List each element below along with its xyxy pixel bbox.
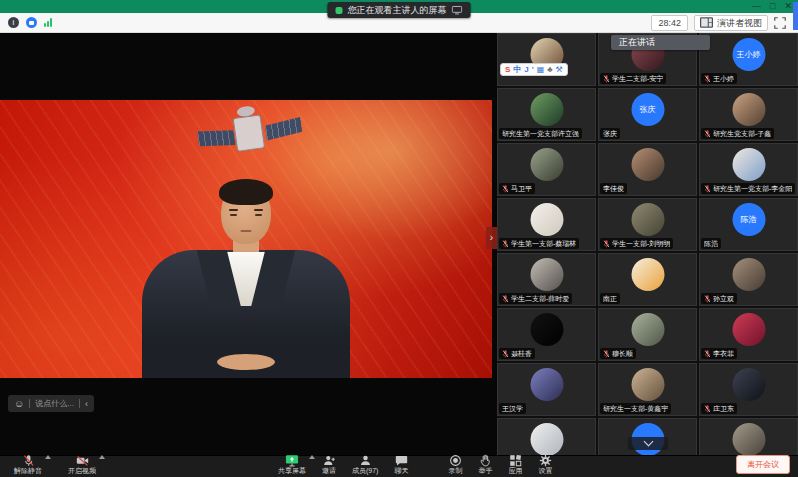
participant-tile[interactable]: 马卫平 xyxy=(497,143,596,196)
participant-name: 张庆 xyxy=(603,129,617,138)
participant-label: 学生一支部-刘明明 xyxy=(600,238,673,249)
participant-tile[interactable]: 李佳俊 xyxy=(598,143,697,196)
participant-tile[interactable] xyxy=(497,33,596,86)
info-icon[interactable]: i xyxy=(8,17,19,28)
participant-label: 王汉学 xyxy=(499,403,526,414)
network-signal-icon[interactable] xyxy=(44,18,52,27)
participant-label: 聂桂香 xyxy=(499,348,535,359)
toolbar-item-apps[interactable]: 应用 xyxy=(502,452,528,477)
collapse-chat-icon[interactable]: ‹ xyxy=(85,399,88,409)
chevron-up-icon[interactable] xyxy=(309,455,315,459)
participant-avatar xyxy=(732,368,765,401)
close-button[interactable]: ✕ xyxy=(784,0,792,13)
participant-tile[interactable]: 穆长顺 xyxy=(598,308,697,361)
quick-chat-bar[interactable]: ☺ 说点什么... ‹ xyxy=(8,395,94,412)
participant-name: 马卫平 xyxy=(511,184,532,193)
ime-glyph[interactable]: J xyxy=(524,66,528,74)
participant-tile[interactable]: 王汉学 xyxy=(497,363,596,416)
meeting-timer: 28:42 xyxy=(651,15,688,31)
participant-tile[interactable]: 研究生一支部-黄鑫宇 xyxy=(598,363,697,416)
scroll-down-indicator[interactable] xyxy=(628,437,668,450)
emoji-icon[interactable]: ☺ xyxy=(14,399,24,409)
main-speaker-stage: › ☺ 说点什么... ‹ xyxy=(0,33,497,455)
participant-label: 研究生第一党支部许立强 xyxy=(499,128,582,139)
participant-tile[interactable]: 学生二支部-薛时爱 xyxy=(497,253,596,306)
participant-avatar xyxy=(631,258,664,291)
participant-name: 陈浩 xyxy=(704,239,718,248)
participant-tile[interactable]: 李衣菲 xyxy=(699,308,798,361)
participant-label: 学生二支部-薛时爱 xyxy=(499,293,572,304)
toolbar-item-start-video[interactable]: 开启视频 xyxy=(62,452,102,477)
fullscreen-icon[interactable] xyxy=(774,17,786,29)
view-mode-dropdown[interactable]: 演讲者视图 ▾ xyxy=(694,15,768,31)
participant-name: 王小婷 xyxy=(713,74,734,83)
participant-avatar xyxy=(732,93,765,126)
participant-tile[interactable]: 研究生党支部-子鑫 xyxy=(699,88,798,141)
ime-glyph[interactable]: ♣ xyxy=(547,66,552,74)
start-video-label: 开启视频 xyxy=(68,467,96,475)
muted-mic-icon xyxy=(502,185,509,193)
ime-glyph[interactable]: ⚒ xyxy=(556,66,563,74)
window-controls: — □ ✕ xyxy=(752,0,792,13)
toolbar-center-group: 共享屏幕 邀请 成员(97) 聊天 录制 举手 应用 设置 xyxy=(272,452,558,477)
participant-label: 南正 xyxy=(600,293,620,304)
participant-label: 陈浩 xyxy=(701,238,721,249)
participant-tile[interactable]: 学生一支部-刘明明 xyxy=(598,198,697,251)
participant-label: 研究生一支部-黄鑫宇 xyxy=(600,403,671,414)
quick-chat-input[interactable]: 说点什么... xyxy=(35,398,74,409)
participant-name: 庄卫东 xyxy=(713,404,734,413)
toolbar-item-record[interactable]: 录制 xyxy=(442,452,468,477)
speaker-video[interactable] xyxy=(0,100,492,378)
screen-share-status-icon xyxy=(336,7,343,14)
participant-tile[interactable]: 学生第一支部-蔡瑞林 xyxy=(497,198,596,251)
participant-tile[interactable] xyxy=(497,418,596,455)
participant-avatar xyxy=(530,203,563,236)
toolbar-item-invite[interactable]: 邀请 xyxy=(316,452,342,477)
layout-icon xyxy=(700,17,713,28)
participant-avatar xyxy=(631,203,664,236)
participant-tile[interactable]: 张庆 张庆 xyxy=(598,88,697,141)
ime-glyph[interactable]: ▦ xyxy=(537,66,545,74)
participant-name: 学生一支部-刘明明 xyxy=(612,239,670,248)
protection-icon[interactable] xyxy=(26,17,37,28)
participant-avatar: 张庆 xyxy=(631,93,664,126)
participant-tile[interactable] xyxy=(699,418,798,455)
muted-mic-icon xyxy=(704,130,711,138)
participant-tile[interactable]: 研究生第一党支部-李金阳 xyxy=(699,143,798,196)
chat-icon xyxy=(395,454,408,466)
leave-meeting-button[interactable]: 离开会议 xyxy=(736,455,790,474)
participant-tile[interactable]: 王小婷 王小婷 xyxy=(699,33,798,86)
participant-label: 李佳俊 xyxy=(600,183,627,194)
participant-label: 王小婷 xyxy=(701,73,737,84)
toolbar-item-share-screen[interactable]: 共享屏幕 xyxy=(272,452,312,477)
toolbar-item-unmute[interactable]: 解除静音 xyxy=(8,452,48,477)
participant-avatar xyxy=(530,313,563,346)
participant-name: 学生二支部-薛时爱 xyxy=(511,294,569,303)
minimize-button[interactable]: — xyxy=(752,0,761,13)
participant-tile[interactable]: 聂桂香 xyxy=(497,308,596,361)
participant-tile[interactable]: 南正 xyxy=(598,253,697,306)
participant-name: 李佳俊 xyxy=(603,184,624,193)
ime-glyph[interactable]: S xyxy=(505,66,510,74)
muted-mic-icon xyxy=(603,240,610,248)
ime-glyph[interactable]: 中 xyxy=(513,66,521,74)
participant-tile[interactable]: 孙立双 xyxy=(699,253,798,306)
chevron-up-icon[interactable] xyxy=(99,455,105,459)
muted-mic-icon xyxy=(603,75,610,83)
toolbar-item-chat[interactable]: 聊天 xyxy=(388,452,414,477)
participant-tile[interactable]: 研究生第一党支部许立强 xyxy=(497,88,596,141)
participant-tile[interactable]: 庄卫东 xyxy=(699,363,798,416)
participant-label: 学生第一支部-蔡瑞林 xyxy=(499,238,579,249)
participant-tile[interactable]: 陈浩 陈浩 xyxy=(699,198,798,251)
ime-glyph[interactable]: ' xyxy=(532,66,534,74)
chevron-up-icon[interactable] xyxy=(45,455,51,459)
participant-label: 庄卫东 xyxy=(701,403,737,414)
toolbar-item-raise-hand[interactable]: 举手 xyxy=(472,452,498,477)
toolbar-item-members[interactable]: 成员(97) xyxy=(346,452,384,477)
participant-name: 孙立双 xyxy=(713,294,734,303)
invite-label: 邀请 xyxy=(322,467,336,475)
toolbar-item-settings[interactable]: 设置 xyxy=(532,452,558,477)
maximize-button[interactable]: □ xyxy=(770,0,775,13)
share-screen-icon xyxy=(285,454,299,466)
panel-expand-handle[interactable]: › xyxy=(486,227,497,249)
